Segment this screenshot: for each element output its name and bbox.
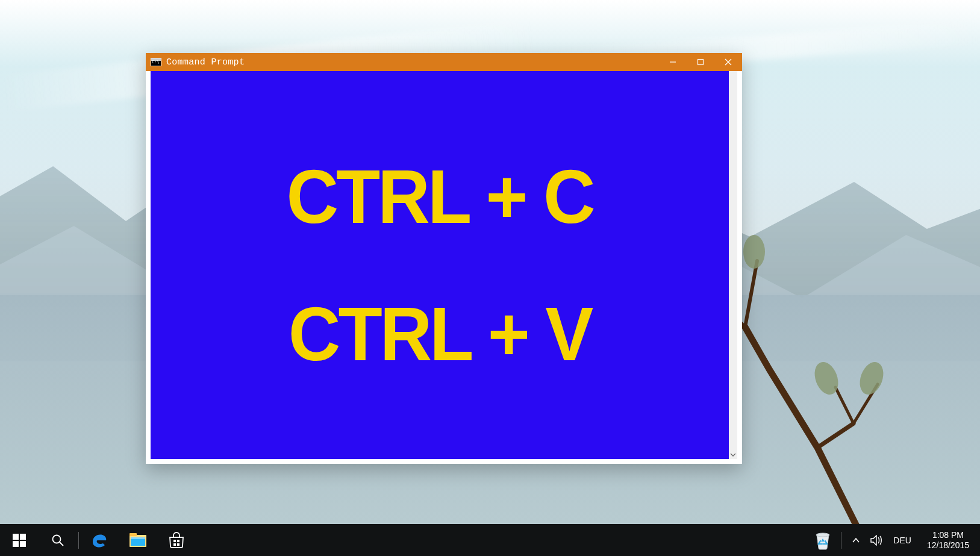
clock[interactable]: 1:08 PM 12/18/2015	[921, 530, 975, 551]
svg-point-22	[816, 533, 829, 537]
chevron-up-icon	[852, 536, 860, 545]
taskbar-app-store[interactable]	[157, 524, 196, 556]
search-icon	[51, 534, 64, 547]
overlay-text-1: CTRL + C	[286, 153, 593, 240]
minimize-button[interactable]	[659, 53, 687, 71]
windows-logo-icon	[13, 534, 26, 547]
svg-rect-5	[698, 60, 704, 65]
search-button[interactable]	[39, 524, 77, 556]
tray-separator	[841, 532, 841, 549]
svg-point-12	[53, 535, 61, 543]
maximize-button[interactable]	[687, 53, 714, 71]
svg-rect-9	[20, 534, 26, 540]
system-tray: DEU 1:08 PM 12/18/2015	[812, 524, 980, 556]
taskbar-app-explorer[interactable]	[119, 524, 157, 556]
file-explorer-icon	[129, 533, 147, 548]
window-client-border: CTRL + C CTRL + V	[151, 71, 737, 459]
speaker-icon	[870, 535, 882, 546]
window-controls	[659, 53, 742, 71]
recycle-bin-icon[interactable]	[812, 529, 834, 551]
svg-rect-11	[20, 541, 26, 547]
svg-rect-18	[173, 540, 176, 542]
window-title: Command Prompt	[166, 57, 245, 67]
store-icon	[168, 532, 185, 549]
scrollbar-down-button[interactable]	[729, 451, 737, 459]
svg-rect-15	[130, 533, 137, 536]
svg-rect-10	[13, 541, 19, 547]
language-indicator[interactable]: DEU	[890, 536, 915, 545]
svg-rect-21	[177, 543, 179, 546]
close-button[interactable]	[714, 53, 742, 71]
cmd-icon	[151, 58, 161, 66]
titlebar[interactable]: Command Prompt	[146, 53, 742, 71]
taskbar-app-edge[interactable]	[80, 524, 119, 556]
svg-rect-19	[177, 540, 179, 542]
volume-button[interactable]	[869, 533, 884, 548]
svg-rect-20	[173, 543, 176, 546]
clock-date: 12/18/2015	[927, 540, 969, 551]
svg-rect-17	[131, 537, 145, 539]
svg-rect-8	[13, 534, 19, 540]
edge-icon	[90, 531, 108, 549]
taskbar-separator	[78, 532, 79, 549]
overlay-text-2: CTRL + V	[289, 290, 591, 378]
command-prompt-window[interactable]: Command Prompt CTRL + C CTRL + V	[146, 53, 742, 464]
console-area[interactable]: CTRL + C CTRL + V	[151, 71, 729, 459]
scrollbar-track[interactable]	[729, 71, 737, 459]
start-button[interactable]	[0, 524, 39, 556]
tray-overflow-button[interactable]	[849, 533, 863, 548]
svg-line-13	[60, 542, 63, 546]
clock-time: 1:08 PM	[927, 530, 969, 540]
taskbar[interactable]: DEU 1:08 PM 12/18/2015	[0, 524, 980, 556]
